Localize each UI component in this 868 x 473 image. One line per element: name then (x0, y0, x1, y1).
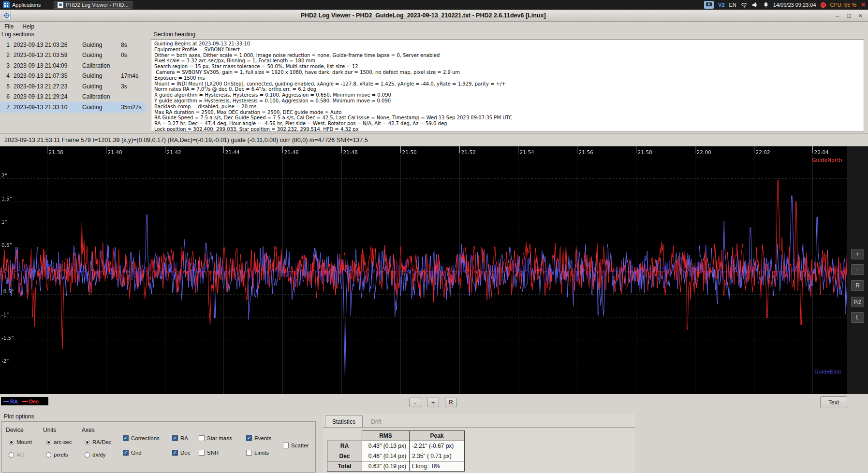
log-section-row[interactable]: 1 2023-09-13 21:03:26 Guiding 8s (0, 40, 146, 50)
maximize-button[interactable]: □ (847, 12, 851, 19)
log-detail-line: Max RA duration = 2500, Max DEC duration… (154, 110, 861, 115)
reset-view-button[interactable]: R (851, 280, 864, 291)
pan-zoom-button[interactable]: P/Z (851, 297, 864, 307)
taskbar-window-label: PHD2 Log Viewer - PHD... (66, 2, 128, 8)
log-detail-line: Lock position = 302.400, 299.033, Star p… (154, 127, 861, 131)
log-section-row[interactable]: 2 2023-09-13 21:03:59 Guiding 0s (0, 50, 146, 61)
checkbox-box: ✓ (123, 450, 129, 456)
guiding-chart[interactable] (0, 146, 847, 394)
hscale-minus-button[interactable]: - (409, 398, 421, 407)
row-datetime: 2023-09-13 21:03:26 (14, 42, 78, 48)
chart-legend: RA Dec (1, 397, 48, 405)
lock-position-button[interactable]: L (851, 312, 864, 323)
checkbox-box (199, 435, 205, 441)
cpu-indicator[interactable]: CPU: 55 % (830, 2, 856, 8)
hscale-plus-button[interactable]: + (427, 398, 439, 407)
text-view-button[interactable]: Text (820, 396, 847, 408)
row-number: 1 (1, 42, 10, 48)
checkbox-star-mass[interactable]: Star mass (199, 435, 232, 441)
row-datetime: 2023-09-13 21:03:59 (14, 52, 78, 58)
radio-ao[interactable]: AO (9, 452, 25, 458)
record-icon[interactable] (821, 2, 826, 8)
tab-drift[interactable]: Drift (366, 417, 387, 427)
checkbox-label: Star mass (207, 435, 232, 441)
stats-peak-value: 2.35" ( 0.71 px) (410, 451, 465, 461)
log-detail-line: Pixel scale = 3.32 arc-sec/px, Binning =… (154, 58, 861, 64)
log-sections-list: 1 2023-09-13 21:03:26 Guiding 8s 2 2023-… (0, 40, 146, 113)
tab-divider (323, 427, 635, 428)
log-detail-line: Dither = both axes, Dither scale = 1.000… (154, 53, 861, 58)
menu-help[interactable]: Help (18, 22, 39, 31)
checkbox-box: ✓ (172, 450, 178, 456)
zoom-out-button[interactable]: - (851, 264, 864, 275)
checkbox-label: RA (180, 435, 188, 441)
system-tray: V2 EN 14/09/23 09:23:04 CPU: 55 % ✕ (704, 1, 868, 9)
menu-file[interactable]: File (0, 22, 18, 31)
log-section-row[interactable]: 7 2023-09-13 21:33:10 Guiding 35m27s (0, 102, 146, 113)
tab-statistics[interactable]: Statistics (325, 415, 363, 428)
legend-ra-label: RA (10, 399, 18, 404)
stats-rms-value: 0.63" (0.19 px) (362, 461, 410, 472)
log-detail-line: RA Guide Speed = 7.5 a-s/s, Dec Guide Sp… (154, 115, 861, 121)
window-icon (3, 12, 11, 19)
guiding-chart-area: GuideNorth GuideEast (0, 146, 847, 394)
row-type: Guiding (82, 104, 117, 111)
radio-arc-sec[interactable]: arc-sec (46, 439, 72, 445)
log-section-row[interactable]: 5 2023-09-13 21:27:23 Guiding 3s (0, 81, 146, 92)
tray-close-icon[interactable]: ✕ (861, 1, 866, 8)
row-number: 2 (1, 52, 10, 58)
row-datetime: 2023-09-13 21:04:09 (14, 62, 78, 69)
radio-label: pixels (54, 452, 68, 458)
hscale-reset-button[interactable]: R (445, 398, 457, 407)
close-button[interactable]: × (858, 12, 862, 19)
radio-mount[interactable]: Mount (9, 439, 32, 445)
checkbox-ra[interactable]: ✓RA (172, 435, 188, 441)
row-number: 4 (1, 72, 10, 79)
log-section-row[interactable]: 6 2023-09-13 21:29:24 Calibration (0, 92, 146, 102)
checkbox-box (283, 443, 289, 448)
window-controls: – □ × (836, 12, 862, 19)
checkbox-limits[interactable]: Limits (246, 450, 269, 456)
radio-label: Mount (16, 439, 32, 445)
taskbar-separator: ⋮ (44, 2, 48, 8)
checkbox-grid[interactable]: ✓Grid (123, 450, 142, 456)
stats-row-dec: Dec 0.46" (0.14 px) 2.35" ( 0.71 px) (327, 451, 465, 461)
radio-dot (46, 452, 51, 458)
log-detail-line: Y guide algorithm = Hysteresis, Hysteres… (154, 98, 861, 104)
radio-dx-dy[interactable]: dx/dy (85, 452, 106, 458)
wifi-icon[interactable] (741, 2, 748, 8)
group-label-units: Units (43, 427, 56, 433)
row-duration: 35m27s (121, 104, 146, 111)
checkbox-snr[interactable]: SNR (199, 450, 219, 456)
stats-row-ra: RA 0.43" (0.13 px) -2.21" (-0.67 px) (327, 441, 465, 451)
radio-ra-dec[interactable]: RA/Dec (85, 439, 112, 445)
row-type: Guiding (82, 42, 117, 48)
row-number: 7 (1, 104, 10, 111)
log-section-row[interactable]: 4 2023-09-13 21:07:35 Guiding 17m4s (0, 71, 146, 82)
checkbox-events[interactable]: ✓Events (246, 435, 271, 441)
log-detail-line: Search region = 15 px, Star mass toleran… (154, 64, 861, 70)
clock[interactable]: 14/09/23 09:23:04 (773, 2, 816, 8)
checkbox-corrections[interactable]: ✓Corrections (123, 435, 160, 441)
checkbox-scatter[interactable]: Scatter (283, 443, 309, 448)
window-titlebar[interactable]: PHD2 Log Viewer - PHD2_GuideLog_2023-09-… (0, 10, 868, 22)
row-duration: 3s (121, 83, 146, 90)
applications-menu[interactable]: Applications ⋮ (0, 0, 52, 10)
radio-pixels[interactable]: pixels (46, 452, 68, 458)
taskbar-window-button[interactable]: PHD2 Log Viewer - PHD... (54, 1, 132, 9)
stats-header-peak: Peak (410, 431, 465, 441)
language-indicator[interactable]: EN (729, 2, 736, 8)
stats-peak-value: Elong.: 8% (410, 461, 465, 472)
minimize-button[interactable]: – (836, 12, 839, 19)
tray-app-button[interactable] (704, 1, 714, 9)
log-section-row[interactable]: 3 2023-09-13 21:04:09 Calibration (0, 60, 146, 71)
volume-icon[interactable] (752, 2, 759, 8)
log-detail-line: RA = 3.27 hr, Dec = 47.4 deg, Hour angle… (154, 121, 861, 127)
zoom-in-button[interactable]: + (851, 249, 864, 259)
v2-tray-badge[interactable]: V2 (718, 2, 724, 8)
notifications-icon[interactable] (763, 2, 769, 8)
menubar: File Help (0, 22, 868, 31)
radio-dot (46, 440, 51, 445)
checkbox-dec[interactable]: ✓Dec (172, 450, 190, 456)
log-detail-line: Guiding Begins at 2023-09-13 21:33:10 (154, 41, 861, 47)
